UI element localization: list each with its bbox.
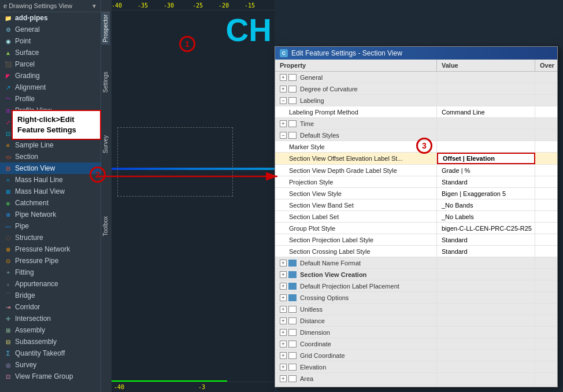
toolbox-tab[interactable]: Toolbox [101,214,110,238]
table-row[interactable]: + Degree of Curvature [275,83,557,95]
expand-icon[interactable]: + [280,271,287,278]
table-row[interactable]: Labeling Prompt Method Command Line [275,106,557,118]
expand-icon[interactable]: + [280,294,287,301]
panel-header[interactable]: e Drawing Settings View ▼ [0,0,101,12]
expand-icon[interactable]: + [280,341,287,347]
tree-item-sampleline[interactable]: ≡ Sample Line [0,139,101,151]
expand-icon[interactable]: + [280,329,287,336]
table-row[interactable]: Section View Band Set _No Bands [275,199,557,211]
item-label: Section [15,153,38,161]
expand-icon[interactable]: + [280,364,287,371]
tree-item-structure[interactable]: ⬡ Structure [0,232,101,243]
tree-item-alignment[interactable]: ↗ Alignment [0,82,101,93]
tree-item-appurtenance[interactable]: ⬨ Appurtenance [0,278,101,290]
table-row[interactable]: + Area [275,373,557,384]
table-row[interactable]: + Distance [275,315,557,327]
tree-item-masshaulview[interactable]: ⊠ Mass Haul View [0,186,101,197]
table-row[interactable]: + Default Name Format [275,257,557,269]
tree-item-assembly[interactable]: ⊞ Assembly [0,324,101,336]
expand-icon[interactable]: + [280,260,287,267]
table-row[interactable]: + General [275,72,557,83]
tree-item-masshaulline[interactable]: ≈ Mass Haul Line [0,174,101,186]
dropdown-arrow-icon[interactable]: ▼ [91,3,97,9]
item-label: View Frame Group [15,372,73,380]
table-row[interactable]: Section View Style Bigen | Exaggeration … [275,188,557,199]
tree-item-fitting[interactable]: ✦ Fitting [0,267,101,278]
tree-item-catchment[interactable]: ◈ Catchment [0,197,101,209]
expand-icon[interactable]: + [280,375,287,382]
step-number-1: 1 [179,36,195,52]
table-row[interactable]: Section View Depth Grade Label Style Gra… [275,165,557,176]
tree-item-general[interactable]: ⚙ General [0,24,101,35]
expand-icon[interactable]: − [280,97,287,104]
over-cell [535,118,557,129]
tree-item-point[interactable]: ◉ Point [0,35,101,47]
property-cell: + Grid Coordinate [275,350,437,361]
table-row[interactable]: Section Label Set _No Labels [275,211,557,223]
tree-item-pressurepipe[interactable]: ⊙ Pressure Pipe [0,255,101,267]
table-row[interactable]: Section Projection Label Style Standard [275,234,557,246]
table-row[interactable]: − Labeling [275,95,557,106]
table-row[interactable]: + Default Projection Label Placement [275,280,557,292]
tree-item-surface[interactable]: ▲ Surface [0,47,101,58]
tree-item-pressurenetwork[interactable]: ⊗ Pressure Network [0,243,101,255]
expand-icon[interactable]: + [280,283,287,290]
tree-item-sectionview[interactable]: ⊟ Section View [0,162,101,174]
table-row[interactable]: Section Crossing Label Style Standard [275,246,557,257]
property-cell: + Coordinate [275,338,437,349]
callout-text: Right-click>EditFeature Settings [17,115,76,134]
table-row[interactable]: + Dimension [275,327,557,338]
table-row[interactable]: + Volume [275,384,557,387]
table-row[interactable]: + Elevation [275,361,557,373]
expand-icon[interactable]: + [280,120,287,127]
tree-item-subassembly[interactable]: ⊟ Subassembly [0,336,101,347]
table-row[interactable]: + Time [275,118,557,130]
value-cell [437,118,535,129]
property-cell: + Elevation [275,361,437,372]
tree-item-survey[interactable]: ◎ Survey [0,359,101,371]
tree-item-profile[interactable]: 〜 Profile [0,93,101,105]
item-label: Catchment [15,199,49,207]
value-cell [437,292,535,303]
table-row[interactable]: Group Plot Style bigen-C-LL-CEN-PRC-C25-… [275,223,557,234]
expand-icon[interactable]: + [280,306,287,313]
expand-icon[interactable]: + [280,74,287,81]
prospector-tab[interactable]: Prospector [101,12,110,45]
viewframe-icon: ⊡ [3,372,13,381]
tree-item-section[interactable]: ▭ Section [0,151,101,162]
tree-item-bridge[interactable]: ⌒ Bridge [0,290,101,301]
expand-icon[interactable]: + [280,387,287,387]
tree-item-intersection[interactable]: ✛ Intersection [0,313,101,324]
expand-icon[interactable]: + [280,352,287,359]
tree-item-parcel[interactable]: ⬛ Parcel [0,58,101,70]
table-row[interactable]: + Grid Coordinate [275,350,557,361]
table-body[interactable]: + General + Degree of Curvature [275,72,557,387]
table-row[interactable]: + Unitless [275,304,557,315]
tree-item-quantity[interactable]: Σ Quantity Takeoff [0,347,101,359]
expand-icon[interactable]: − [280,132,287,139]
table-row[interactable]: + Crossing Options [275,292,557,304]
table-row[interactable]: Section View Offset Elevation Label St..… [275,153,557,165]
item-label: General [15,25,40,34]
survey-tab[interactable]: Survey [101,133,110,156]
item-label: Subassembly [15,338,57,346]
table-row[interactable]: − Default Styles [275,130,557,141]
sampleline-icon: ≡ [3,140,13,150]
table-row[interactable]: Projection Style Standard [275,176,557,188]
expand-icon[interactable]: + [280,86,287,93]
subassembly-icon: ⊟ [3,337,13,346]
dialog-titlebar[interactable]: C Edit Feature Settings - Section View [275,47,557,60]
value-cell [437,280,535,291]
settings-tab[interactable]: Settings [101,69,110,95]
tree-item-corridor[interactable]: ⇥ Corridor [0,301,101,313]
tree-item-pipenetwork[interactable]: ⊕ Pipe Network [0,209,101,220]
tree-item-grading[interactable]: ◤ Grading [0,70,101,82]
value-cell: Grade | % [437,165,535,176]
tree-item-pipe[interactable]: — Pipe [0,220,101,232]
expand-icon[interactable]: + [280,317,287,324]
bottom-ruler-mark: -40 [114,384,124,390]
tree-root-item[interactable]: 📁 add-pipes [0,12,101,24]
table-row[interactable]: + Coordinate [275,338,557,350]
tree-item-viewframegroup[interactable]: ⊡ View Frame Group [0,371,101,382]
table-row[interactable]: + Section View Creation [275,269,557,280]
